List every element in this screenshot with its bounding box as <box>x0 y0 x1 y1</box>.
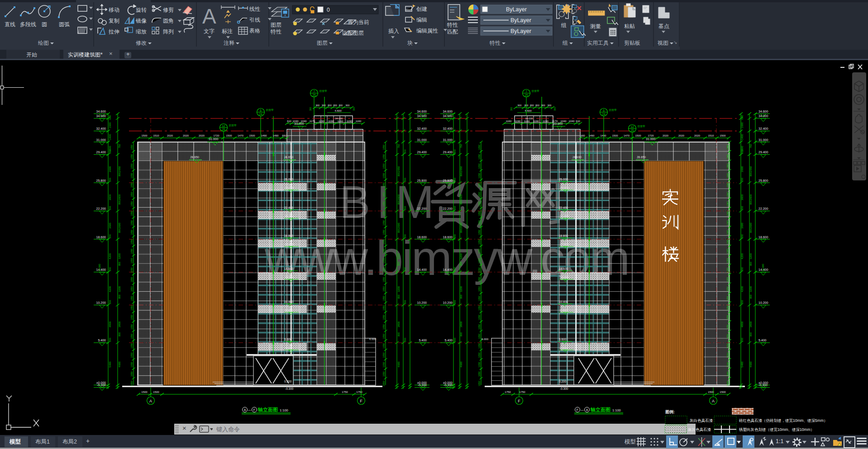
svg-text:1050: 1050 <box>478 249 481 254</box>
svg-text:1050: 1050 <box>130 201 133 207</box>
svg-text:800: 800 <box>118 172 121 176</box>
svg-text:25: 25 <box>312 94 316 97</box>
svg-text:200: 200 <box>109 178 111 182</box>
svg-text:25.800: 25.800 <box>758 179 768 182</box>
svg-text:1190: 1190 <box>533 120 539 123</box>
svg-text:1050: 1050 <box>478 277 481 282</box>
svg-text:F: F <box>518 399 520 403</box>
svg-text:200: 200 <box>404 338 406 342</box>
svg-text:34.000: 34.000 <box>443 114 453 118</box>
svg-text:5.600: 5.600 <box>284 338 292 341</box>
svg-text:18.600: 18.600 <box>443 236 453 239</box>
svg-text:防雷带: 防雷带 <box>532 90 539 93</box>
svg-text:31.000: 31.000 <box>646 137 656 141</box>
svg-text:5.400: 5.400 <box>419 339 427 342</box>
svg-text:34.600: 34.600 <box>758 110 768 113</box>
svg-text:1050: 1050 <box>726 296 729 301</box>
svg-text:1050: 1050 <box>478 362 481 367</box>
svg-text:200: 200 <box>741 234 744 238</box>
svg-text:1050: 1050 <box>130 362 133 367</box>
svg-text:14.600: 14.600 <box>284 267 293 270</box>
svg-text:1050: 1050 <box>478 315 481 320</box>
svg-text:1750: 1750 <box>342 391 348 393</box>
svg-text:3200: 3200 <box>460 286 463 292</box>
svg-text:25: 25 <box>630 129 634 132</box>
svg-text:200: 200 <box>741 267 744 271</box>
svg-text:200: 200 <box>404 234 406 238</box>
svg-text:29.400: 29.400 <box>758 151 768 154</box>
svg-text:1050: 1050 <box>382 315 385 320</box>
svg-text:25: 25 <box>222 128 225 131</box>
svg-text:1190: 1190 <box>319 120 324 123</box>
svg-text:砖红色真石漆（仿砖划缝，缝宽10mm、缝深5mm）: 砖红色真石漆（仿砖划缝，缝宽10mm、缝深5mm） <box>739 418 828 423</box>
svg-text:750: 750 <box>749 144 752 148</box>
svg-text:1050: 1050 <box>382 286 385 292</box>
svg-text:1510: 1510 <box>708 134 714 137</box>
svg-text:1050: 1050 <box>478 371 481 377</box>
svg-text:31.000: 31.000 <box>417 138 427 142</box>
svg-text:14.400: 14.400 <box>96 268 106 271</box>
svg-text:800: 800 <box>749 262 752 266</box>
svg-text:0: 0 <box>327 7 330 13</box>
svg-text:32.400: 32.400 <box>758 127 768 130</box>
svg-text:3200: 3200 <box>749 286 752 292</box>
svg-text:13.600: 13.600 <box>560 276 569 279</box>
svg-text:22.200: 22.200 <box>443 207 453 210</box>
svg-text:800: 800 <box>749 200 752 204</box>
svg-text:2020: 2020 <box>199 134 205 137</box>
svg-text:A: A <box>712 399 715 403</box>
svg-text:1050: 1050 <box>130 239 133 245</box>
svg-text:25.000: 25.000 <box>560 186 569 189</box>
svg-text:900: 900 <box>548 104 552 107</box>
svg-text:5400: 5400 <box>109 361 111 368</box>
svg-text:1050: 1050 <box>130 258 133 264</box>
svg-text:1050: 1050 <box>726 173 729 178</box>
svg-text:750: 750 <box>118 144 121 148</box>
svg-text:1050: 1050 <box>478 239 481 245</box>
svg-text:200: 200 <box>404 178 406 182</box>
svg-text:防雷带: 防雷带 <box>266 109 274 112</box>
svg-text:1050: 1050 <box>478 286 481 292</box>
svg-text:1400: 1400 <box>109 134 111 140</box>
svg-text:1050: 1050 <box>130 192 133 197</box>
svg-text:1050: 1050 <box>478 305 481 311</box>
svg-text:0.200: 0.200 <box>284 380 292 383</box>
svg-text:2600: 2600 <box>460 194 463 200</box>
svg-text:33.000: 33.000 <box>553 122 563 125</box>
svg-text:10.200: 10.200 <box>443 301 453 304</box>
svg-text:2600: 2600 <box>397 194 400 200</box>
svg-text:800: 800 <box>460 332 463 336</box>
svg-text:1050: 1050 <box>130 305 133 311</box>
svg-text:3200: 3200 <box>118 286 121 292</box>
svg-text:2650: 2650 <box>397 166 400 172</box>
svg-text:800: 800 <box>397 294 400 298</box>
svg-text:200: 200 <box>741 300 744 304</box>
svg-text:1050: 1050 <box>382 173 385 178</box>
svg-text:900: 900 <box>518 104 522 107</box>
svg-text:1490: 1490 <box>273 134 279 137</box>
svg-text:6.000: 6.000 <box>482 338 489 340</box>
svg-text:1050: 1050 <box>382 305 385 311</box>
svg-text:1050: 1050 <box>726 258 729 264</box>
svg-text:1500: 1500 <box>249 134 255 137</box>
svg-text:1050: 1050 <box>382 296 385 301</box>
svg-text:200: 200 <box>109 338 111 342</box>
svg-text:1500: 1500 <box>153 391 159 393</box>
svg-text:1050: 1050 <box>382 145 385 150</box>
svg-text:10.400: 10.400 <box>559 300 568 303</box>
svg-text:3800: 3800 <box>749 321 752 327</box>
svg-text:21.400: 21.400 <box>560 215 569 218</box>
svg-text:2600: 2600 <box>749 222 752 229</box>
svg-text:800: 800 <box>397 332 400 336</box>
svg-text:3800: 3800 <box>397 321 400 327</box>
svg-text:22.400: 22.400 <box>559 206 568 209</box>
svg-text:21.400: 21.400 <box>285 215 294 218</box>
svg-text:800: 800 <box>460 172 463 176</box>
svg-text:5.600: 5.600 <box>559 338 567 341</box>
svg-text:1050: 1050 <box>478 192 481 197</box>
svg-text:800: 800 <box>460 262 463 266</box>
svg-text:7: 7 <box>525 90 527 93</box>
svg-text:1050: 1050 <box>130 164 133 169</box>
svg-text:1050: 1050 <box>726 324 729 330</box>
svg-text:1160: 1160 <box>524 120 529 123</box>
